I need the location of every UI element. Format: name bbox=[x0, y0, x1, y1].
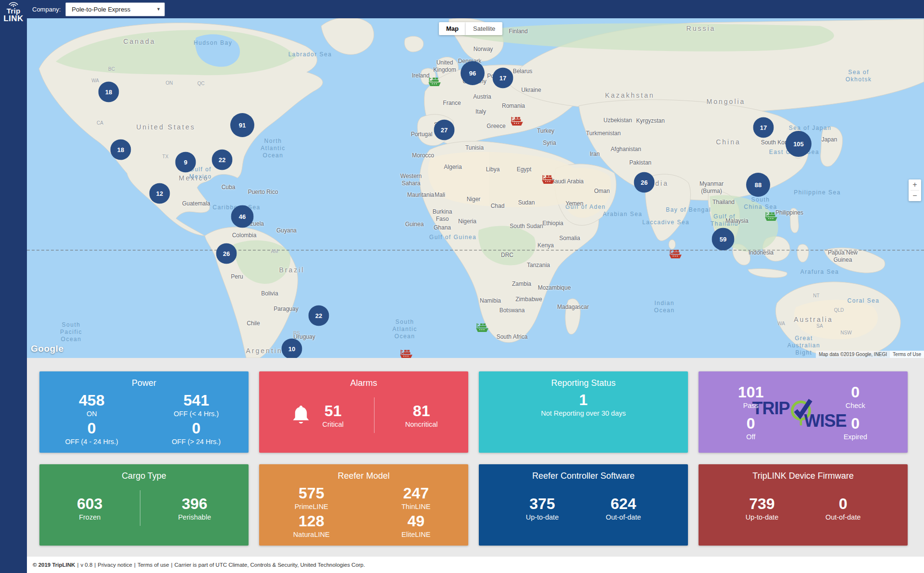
footer-copyright: © 2019 TripLINK bbox=[33, 562, 75, 568]
stat-value: 0 bbox=[825, 495, 861, 513]
card-alarms[interactable]: Alarms 51Critical 81Noncritical bbox=[259, 371, 468, 453]
ship-marker-green[interactable] bbox=[427, 76, 442, 89]
bell-icon bbox=[290, 404, 312, 427]
chevron-down-icon: ▼ bbox=[156, 7, 161, 12]
map-type-satellite-button[interactable]: Satellite bbox=[466, 22, 502, 35]
footer: © 2019 TripLINK | v 0.8 | Privacy notice… bbox=[27, 557, 924, 573]
card-title: Reporting Status bbox=[479, 371, 688, 388]
footer-terms-link[interactable]: Terms of use bbox=[137, 562, 169, 568]
card-title: Power bbox=[39, 371, 249, 388]
map-data-credit: Map data ©2019 Google, INEGI bbox=[816, 351, 890, 358]
equator-line bbox=[27, 250, 924, 251]
card-cargo-type[interactable]: Cargo Type 603Frozen 396Perishable bbox=[39, 464, 249, 546]
stat-label: Up-to-date bbox=[526, 513, 559, 521]
zoom-out-button[interactable]: − bbox=[909, 191, 921, 201]
map-type-map-button[interactable]: Map bbox=[439, 22, 466, 35]
stat-label: Not Reporting over 30 days bbox=[541, 409, 626, 417]
cluster-marker[interactable]: 18 bbox=[99, 82, 119, 102]
card-tripwise[interactable]: TRIP WISE 101Pass 0Check 0Off 0Expired bbox=[699, 371, 908, 453]
card-divider bbox=[374, 397, 375, 433]
stat-value: 0 bbox=[144, 420, 249, 437]
cluster-marker[interactable]: 12 bbox=[150, 183, 170, 204]
cluster-marker[interactable]: 10 bbox=[282, 339, 302, 358]
footer-version: v 0.8 bbox=[80, 562, 92, 568]
card-title: Alarms bbox=[259, 371, 468, 388]
stat-label: Pass bbox=[699, 402, 803, 409]
stat-value: 541 bbox=[144, 392, 249, 409]
card-power[interactable]: Power 458ON 541OFF (< 4 Hrs.) 0OFF (4 - … bbox=[39, 371, 249, 453]
map-type-control: Map Satellite bbox=[439, 22, 502, 35]
stat-label: PrimeLINE bbox=[259, 503, 364, 510]
cluster-marker[interactable]: 59 bbox=[712, 228, 735, 251]
stat-value: 739 bbox=[746, 495, 779, 513]
stat-value: 51 bbox=[323, 402, 344, 420]
cluster-marker[interactable]: 26 bbox=[634, 172, 655, 193]
ship-marker-green[interactable] bbox=[475, 322, 489, 335]
cluster-marker[interactable]: 22 bbox=[212, 150, 233, 170]
footer-separator: | bbox=[77, 562, 78, 568]
map-terms-link[interactable]: Terms of Use bbox=[890, 351, 924, 358]
main-content: CanadaUnited StatesMexicoBrazilArgentina… bbox=[27, 18, 924, 573]
cluster-marker[interactable]: 88 bbox=[746, 173, 770, 197]
stat-value: 247 bbox=[364, 484, 469, 502]
cluster-marker[interactable]: 18 bbox=[111, 140, 131, 160]
cluster-marker[interactable]: 27 bbox=[434, 120, 455, 140]
card-triplink-device-firmware[interactable]: TripLINK Device Firmware 739Up-to-date 0… bbox=[699, 464, 908, 546]
stat-label: NaturaLINE bbox=[259, 531, 364, 538]
card-title: Reefer Controller Software bbox=[479, 464, 688, 481]
stat-label: Out-of-date bbox=[825, 513, 861, 521]
footer-separator: | bbox=[171, 562, 173, 568]
stat-label: Check bbox=[803, 402, 908, 409]
card-reefer-model[interactable]: Reefer Model 575PrimeLINE 247ThinLINE 12… bbox=[259, 464, 468, 546]
wifi-icon bbox=[8, 1, 19, 7]
triplink-logo: Trip LINK bbox=[0, 1, 27, 23]
stat-value: 458 bbox=[39, 392, 144, 409]
sidebar bbox=[0, 0, 27, 573]
google-logo: Google bbox=[31, 344, 63, 354]
stat-label: ON bbox=[39, 410, 144, 418]
ship-marker-red[interactable] bbox=[399, 348, 413, 358]
stat-value: 81 bbox=[405, 402, 438, 420]
zoom-in-button[interactable]: + bbox=[909, 179, 921, 190]
footer-privacy-link[interactable]: Privacy notice bbox=[98, 562, 132, 568]
card-title: Cargo Type bbox=[39, 464, 249, 481]
cluster-marker[interactable]: 17 bbox=[493, 68, 513, 89]
ship-marker-red[interactable] bbox=[541, 174, 555, 187]
stat-label: Up-to-date bbox=[746, 513, 779, 521]
stat-value: 603 bbox=[77, 495, 102, 513]
stat-value: 375 bbox=[526, 495, 559, 513]
ship-marker-green[interactable] bbox=[764, 211, 778, 224]
stat-label: ThinLINE bbox=[364, 503, 469, 510]
cluster-marker[interactable]: 46 bbox=[231, 205, 254, 228]
cluster-marker[interactable]: 26 bbox=[216, 243, 237, 264]
stat-value: 101 bbox=[699, 383, 803, 401]
card-reefer-controller-software[interactable]: Reefer Controller Software 375Up-to-date… bbox=[479, 464, 688, 546]
cluster-marker[interactable]: 91 bbox=[230, 113, 254, 137]
map-attribution: Map data ©2019 Google, INEGI Terms of Us… bbox=[816, 351, 924, 358]
footer-separator: | bbox=[94, 562, 96, 568]
stat-value: 0 bbox=[803, 415, 908, 433]
stat-label: Frozen bbox=[77, 513, 102, 521]
cluster-marker[interactable]: 17 bbox=[753, 117, 774, 138]
company-select-value: Pole-to-Pole Express bbox=[72, 6, 130, 13]
stat-value: 49 bbox=[364, 512, 469, 530]
card-reporting-status[interactable]: Reporting Status 1Not Reporting over 30 … bbox=[479, 371, 688, 453]
cluster-marker[interactable]: 22 bbox=[309, 306, 329, 326]
ship-marker-red[interactable] bbox=[510, 115, 524, 129]
cluster-marker[interactable]: 9 bbox=[175, 152, 196, 173]
company-select[interactable]: Pole-to-Pole Express ▼ bbox=[65, 2, 165, 16]
kpi-cards: Power 458ON 541OFF (< 4 Hrs.) 0OFF (4 - … bbox=[39, 371, 908, 546]
stat-value: 0 bbox=[803, 383, 908, 401]
world-map[interactable]: CanadaUnited StatesMexicoBrazilArgentina… bbox=[27, 18, 924, 358]
stat-value: 575 bbox=[259, 484, 364, 502]
ship-icon bbox=[541, 174, 555, 185]
stat-value: 396 bbox=[178, 495, 211, 513]
card-title: Reefer Model bbox=[259, 464, 468, 481]
cluster-marker[interactable]: 105 bbox=[786, 131, 812, 157]
stat-label: OFF (4 - 24 Hrs.) bbox=[39, 438, 144, 446]
cluster-marker[interactable]: 96 bbox=[461, 61, 485, 85]
ship-marker-red[interactable] bbox=[668, 248, 683, 262]
ship-icon bbox=[764, 211, 778, 222]
stat-label: Perishable bbox=[178, 513, 211, 521]
ship-icon bbox=[668, 248, 683, 260]
